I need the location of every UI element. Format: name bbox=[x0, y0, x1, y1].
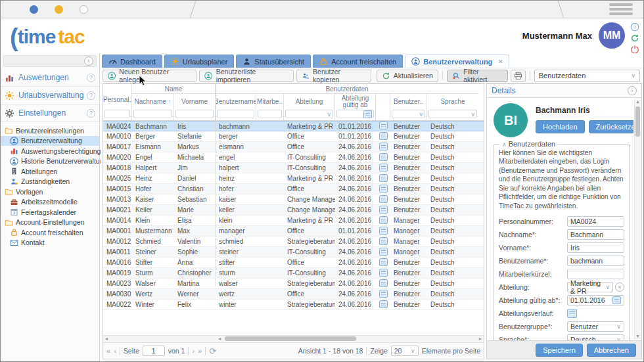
sidebar-item-auswertungsberechtigungen[interactable]: Auswertungsberechtigungen bbox=[1, 146, 99, 156]
hamburger-menu-icon[interactable] bbox=[609, 3, 633, 17]
department-history-icon[interactable] bbox=[379, 132, 388, 140]
clear-icon[interactable]: × bbox=[615, 283, 624, 292]
horizontal-scrollbar[interactable]: ◄ ◄ ► bbox=[103, 335, 484, 342]
benutzerliste-importieren-button[interactable]: Benutzerliste importieren bbox=[199, 70, 293, 82]
benutzername-input[interactable] bbox=[567, 256, 624, 266]
table-row[interactable]: MA0013KaiserSebastiankaiserChange Manage… bbox=[103, 194, 484, 205]
sidebar-section-einstellungen[interactable]: Einstellungen? bbox=[1, 104, 99, 122]
filter-button[interactable]: Filter aktiviert bbox=[447, 70, 508, 82]
help-icon[interactable]: ? bbox=[630, 22, 639, 32]
column-header-mitarbeiterkuerzel[interactable]: Mitarbe.. bbox=[256, 94, 284, 109]
sidebar-section-urlaubsverwaltung[interactable]: Urlaubsverwaltung? bbox=[1, 87, 99, 104]
help-icon[interactable]: ? bbox=[87, 91, 95, 100]
table-row[interactable]: MA0022WinterFelixwinterStrategieberatung… bbox=[103, 300, 484, 310]
sidebar-item-historie-benutzerverwaltung[interactable]: Historie Benutzerverwaltung bbox=[1, 156, 99, 167]
column-header-benutzergruppe[interactable]: Benutzer.. bbox=[390, 94, 427, 109]
department-history-icon[interactable] bbox=[379, 300, 388, 308]
user-avatar[interactable]: MM bbox=[599, 22, 625, 49]
sidebar-collapse-icon[interactable]: ‹ bbox=[84, 57, 93, 66]
calendar-icon[interactable] bbox=[612, 296, 621, 304]
scrollbar-thumb[interactable] bbox=[635, 106, 640, 137]
sidebar-item-account-einstellungen[interactable]: Account-Einstellungen bbox=[1, 217, 99, 228]
filter-input-benutzername[interactable] bbox=[217, 110, 254, 118]
tab-urlaubsplaner[interactable]: Urlaubsplaner bbox=[164, 55, 234, 68]
print-button[interactable] bbox=[511, 70, 526, 82]
scroll-left-icon[interactable]: ◄ bbox=[103, 336, 110, 342]
table-row[interactable]: MA0030WertzWernerwertzOffice24.06.2016Be… bbox=[103, 289, 484, 300]
scroll-up-icon[interactable]: ▲ bbox=[635, 99, 641, 105]
window-button-blue[interactable] bbox=[30, 5, 38, 14]
department-history-icon[interactable] bbox=[379, 122, 388, 129]
department-history-icon[interactable] bbox=[379, 227, 388, 235]
abteilung-gültig-ab-date-input[interactable]: 01.01.2016 bbox=[567, 295, 624, 305]
benutzer-kopieren-button[interactable]: Benutzer kopieren bbox=[296, 70, 371, 82]
column-header-vorname[interactable]: Vorname bbox=[174, 94, 216, 109]
last-page-icon[interactable]: » bbox=[198, 347, 202, 355]
scrollbar-thumb[interactable] bbox=[225, 336, 356, 341]
department-history-icon[interactable] bbox=[379, 195, 388, 203]
sprache-select[interactable]: Deutsch∨ bbox=[567, 334, 624, 340]
column-header-benutzername[interactable]: Benutzername bbox=[216, 94, 256, 109]
column-header-verlauf-icon[interactable] bbox=[376, 94, 390, 109]
view-dropdown[interactable]: Benutzerdaten∨ bbox=[534, 70, 640, 82]
table-row[interactable]: MA0015HoferChristianhoferOffice24.06.201… bbox=[103, 184, 484, 194]
details-collapse-icon[interactable]: › bbox=[628, 86, 637, 95]
department-history-icon[interactable] bbox=[379, 237, 388, 245]
sidebar-item-account-freischalten[interactable]: Account freischalten bbox=[1, 227, 99, 238]
department-history-icon[interactable] bbox=[379, 185, 388, 192]
filter-select-sprache[interactable]: ∨ bbox=[428, 110, 477, 118]
table-row[interactable]: MA0014KleinElisakleinMarketing & PR24.06… bbox=[103, 215, 484, 226]
refresh-button[interactable]: Aktualisieren bbox=[377, 70, 438, 82]
filter-input-personalnr[interactable] bbox=[104, 110, 130, 118]
department-history-icon[interactable] bbox=[379, 290, 388, 298]
sidebar-item-kontakt[interactable]: Kontakt bbox=[1, 238, 99, 248]
department-history-icon[interactable] bbox=[379, 164, 388, 171]
department-history-icon[interactable] bbox=[379, 143, 388, 150]
filter-input-nachname[interactable] bbox=[133, 110, 172, 118]
table-row[interactable]: MA0001MustermannMaxmanagerOffice01.01.20… bbox=[103, 226, 484, 237]
abteilung-select[interactable]: Marketing & PR∨ bbox=[567, 282, 613, 292]
scroll-right-icon[interactable]: ► bbox=[477, 336, 484, 342]
help-icon[interactable]: ? bbox=[87, 74, 95, 82]
prev-page-icon[interactable]: ‹ bbox=[114, 347, 116, 355]
first-page-icon[interactable]: « bbox=[106, 347, 110, 355]
scroll-left-icon[interactable]: ◄ bbox=[216, 336, 223, 342]
person-avatar[interactable]: BI bbox=[494, 103, 528, 137]
refresh-icon[interactable] bbox=[630, 34, 639, 43]
logout-icon[interactable] bbox=[630, 45, 639, 54]
nachname-input[interactable] bbox=[567, 229, 624, 240]
personalnummer-input[interactable] bbox=[567, 216, 624, 227]
department-history-icon[interactable] bbox=[379, 248, 388, 256]
window-button-white[interactable] bbox=[80, 5, 88, 14]
scroll-down-icon[interactable]: ▼ bbox=[635, 333, 641, 340]
tab-benutzerverwaltung[interactable]: Benutzerverwaltung× bbox=[405, 55, 509, 68]
filter-select-benutzergruppe[interactable]: ∨ bbox=[392, 110, 425, 118]
table-row[interactable]: MA0021KeilerMariekeilerChange Management… bbox=[103, 205, 484, 215]
table-row[interactable]: MA0010BergerStefaniebergerOffice01.01.20… bbox=[103, 131, 484, 142]
table-row[interactable]: MA0025HeinzDanielheinzMarketing & PR24.0… bbox=[103, 173, 484, 184]
table-row[interactable]: MA0024BachmannIrisbachmannMarketing & PR… bbox=[103, 121, 484, 131]
table-row[interactable]: MA0018HalpertJimhalpertIT-Consulting24.0… bbox=[103, 163, 484, 173]
help-icon[interactable]: ? bbox=[87, 109, 95, 118]
department-history-icon[interactable] bbox=[379, 153, 388, 161]
sidebar-item-vorlagen[interactable]: Vorlagen bbox=[1, 187, 99, 197]
reload-icon[interactable]: ⟳ bbox=[209, 346, 216, 356]
sidebar-item-feiertagskalender[interactable]: 3Feiertagskalender bbox=[1, 207, 99, 217]
department-history-icon[interactable] bbox=[379, 279, 388, 287]
sidebar-section-auswertungen[interactable]: Auswertungen? bbox=[1, 69, 99, 87]
table-row[interactable]: MA0023WalserMartinawalserStrategieberatu… bbox=[103, 279, 484, 289]
close-icon[interactable]: × bbox=[498, 58, 503, 65]
save-button[interactable]: Speichern bbox=[536, 344, 583, 357]
sidebar-item-abteilungen[interactable]: Abteilungen bbox=[1, 166, 99, 177]
column-header-abteilung[interactable]: Abteilung bbox=[284, 94, 335, 109]
sidebar-item-benutzerverwaltung[interactable]: Benutzerverwaltung bbox=[1, 136, 99, 147]
filter-input-mitarbeiterkuerzel[interactable] bbox=[258, 110, 282, 118]
filter-select-abteilung[interactable]: ∨ bbox=[285, 110, 333, 118]
department-history-icon[interactable] bbox=[379, 216, 388, 224]
department-history-icon[interactable] bbox=[379, 174, 388, 182]
filter-input-vorname[interactable] bbox=[175, 110, 214, 118]
vorname-input[interactable] bbox=[567, 242, 624, 253]
column-header-sprache[interactable]: Sprache bbox=[427, 94, 478, 109]
table-row[interactable]: MA0012SchmiedValentinschmiedStrategieber… bbox=[103, 237, 484, 247]
table-row[interactable]: MA0020EngelMichaelaengelIT-Consulting24.… bbox=[103, 152, 484, 163]
